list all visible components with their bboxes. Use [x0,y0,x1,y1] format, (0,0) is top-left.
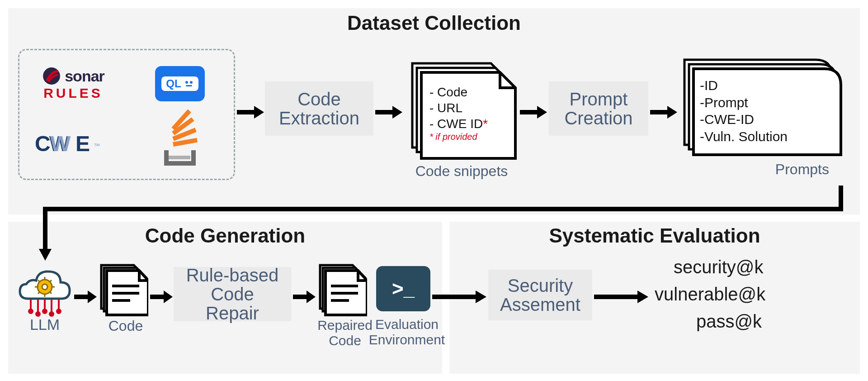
arrow-extraction-to-snippets [375,103,402,121]
svg-marker-10 [254,106,264,119]
generated-code-doc: Code [99,263,153,336]
step-security-assessment-label: Security Assement [500,276,580,314]
snippet-if-provided-note: * if provided [429,132,488,142]
svg-point-1 [185,81,188,84]
svg-marker-46 [307,291,316,303]
metric-vulnerable-at-k: vulnerable@k [655,284,765,305]
code-snippets-doc-stack: - Code - URL - CWE ID* * if provided Cod… [405,62,518,180]
ql-badge-icon: QL [155,66,205,101]
svg-point-2 [190,81,193,84]
svg-text:C: C [35,132,51,156]
svg-marker-51 [476,291,486,303]
prompts-line-vulnsolution: -Vuln. Solution [700,128,788,145]
arrow-prompt-to-prompts-doc [650,103,677,121]
llm-caption: LLM [15,316,74,333]
sonar-rules-word: RULES [43,86,103,101]
stackoverflow-logo-icon [160,125,200,166]
metric-security-at-k: security@k [674,257,763,277]
svg-marker-14 [537,106,547,119]
svg-marker-44 [164,291,173,303]
panel-dataset-title: Dataset Collection [8,8,860,34]
step-code-extraction-label: Code Extraction [279,90,359,128]
cwe-logo: C W W E ™ [35,131,112,160]
prompts-line-id: -ID [700,77,788,94]
arrow-env-to-security [432,288,486,306]
svg-marker-16 [667,106,677,119]
arrow-security-to-metrics [594,288,648,306]
svg-rect-3 [186,85,192,86]
ql-face-icon [184,80,194,87]
svg-text:E: E [75,132,90,156]
svg-point-35 [50,312,53,316]
arrow-code-to-repair [150,288,173,306]
svg-text:W: W [50,132,71,156]
terminal-icon: >_ [376,266,430,311]
svg-marker-17 [39,249,52,261]
sonar-word: sonar [65,67,104,85]
svg-marker-12 [392,106,402,119]
step-code-extraction: Code Extraction [265,81,373,136]
prompts-line-prompt: -Prompt [700,94,788,111]
terminal-glyph-icon: >_ [392,277,415,300]
prompts-caption: Prompts [680,161,843,178]
sonar-rules-logo: sonar RULES [42,67,104,101]
arrow-repair-to-repaired [293,288,316,306]
snippet-line-code: - Code [429,84,488,100]
snippet-line-url: - URL [429,100,488,116]
sonar-glyph-icon [42,67,61,86]
svg-text:™: ™ [94,142,100,149]
code-snippets-caption: Code snippets [405,163,518,180]
arrow-snippets-to-prompt [520,103,547,121]
snippet-line-cweid: - CWE ID* [429,116,488,132]
svg-point-29 [29,310,33,313]
step-rule-based-repair: Rule-based Code Repair [174,267,291,321]
arrow-llm-to-code [74,288,97,306]
snippet-cweid-text: - CWE ID [429,117,483,131]
data-sources-box: sonar RULES QL C W W E ™ [18,49,235,180]
step-rule-repair-label: Rule-based Code Repair [182,266,283,323]
step-prompt-creation: Prompt Creation [549,81,648,136]
evaluation-environment-caption: Evaluation Environment [362,317,452,348]
arrow-sources-to-extraction [237,103,264,121]
svg-point-19 [42,284,47,290]
prompts-doc-stack: -ID -Prompt -CWE-ID -Vuln. Solution Prom… [680,58,843,181]
svg-point-33 [43,310,47,313]
metric-pass-at-k: pass@k [696,311,762,332]
svg-point-31 [36,312,40,316]
llm-icon: LLM [15,262,74,330]
svg-marker-53 [637,291,648,303]
svg-point-37 [57,310,61,313]
ql-label: QL [166,77,181,90]
generated-code-caption: Code [99,318,153,334]
step-security-assessment: Security Assement [488,270,592,320]
step-prompt-creation-label: Prompt Creation [564,90,632,128]
svg-marker-39 [88,291,97,303]
snippet-cweid-star: * [483,117,488,131]
prompts-line-cweid: -CWE-ID [700,111,788,128]
